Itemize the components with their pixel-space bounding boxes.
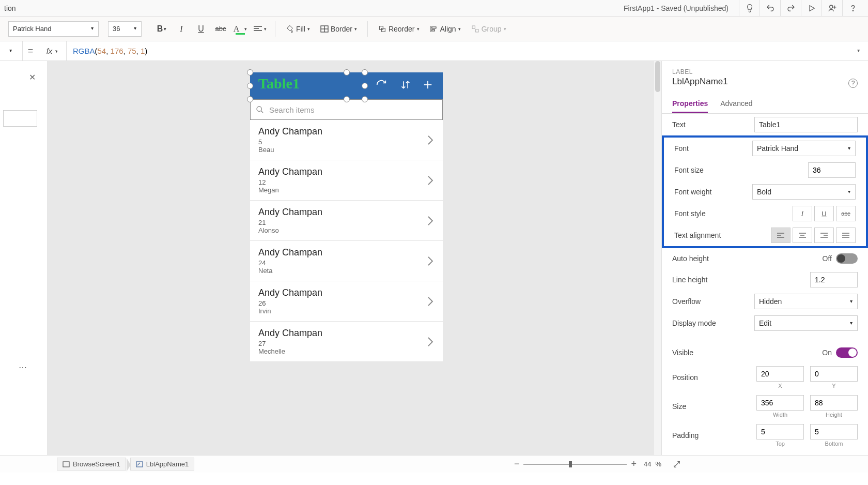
font-picker[interactable]: Patrick Hand▸ (8, 21, 99, 37)
width-input[interactable] (756, 395, 804, 411)
fontweight-prop-select[interactable]: Bold▸ (752, 184, 856, 200)
canvas-scrollbar[interactable] (654, 61, 661, 455)
pad-top-input[interactable] (756, 424, 804, 439)
strikethrough-toggle[interactable]: abc (836, 206, 856, 221)
breadcrumb-screen[interactable]: BrowseScreen1 (57, 458, 126, 471)
underline-button[interactable]: U (192, 20, 210, 38)
list-item[interactable]: Andy Champan12Megan (250, 160, 443, 201)
selection-handle[interactable] (247, 83, 253, 89)
zoom-in-button[interactable]: + (631, 459, 637, 469)
zoom-pct: % (655, 460, 661, 468)
item-subtitle2: Neta (258, 267, 435, 275)
chevron-right-icon[interactable] (427, 256, 433, 266)
checker-icon[interactable] (739, 0, 760, 17)
italic-button[interactable]: I (173, 20, 190, 38)
align-center-button[interactable] (793, 228, 812, 243)
chevron-right-icon[interactable] (427, 216, 433, 226)
item-subtitle2: Megan (258, 186, 435, 194)
canvas[interactable]: Table1 Search items Andy Champan5BeauAnd… (48, 61, 661, 455)
selection-handle[interactable] (362, 83, 368, 89)
selection-handle[interactable] (247, 96, 253, 102)
selection-handle[interactable] (362, 96, 368, 102)
item-subtitle1: 21 (258, 219, 435, 226)
selection-handle[interactable] (344, 96, 350, 102)
svg-rect-16 (472, 26, 475, 28)
search-bar[interactable]: Search items (250, 99, 443, 120)
align-right-button[interactable] (814, 228, 834, 243)
expand-formula-icon[interactable]: ▸ (849, 48, 868, 54)
breadcrumb: BrowseScreen1 LblAppName1 (57, 458, 194, 471)
height-input[interactable] (810, 395, 858, 411)
font-prop-select[interactable]: Patrick Hand▸ (752, 141, 856, 156)
text-prop-input[interactable] (754, 117, 858, 132)
list-item[interactable]: Andy Champan21Alonso (250, 201, 443, 241)
fill-button[interactable]: Fill▾ (282, 20, 314, 38)
property-selector[interactable]: ▸ (0, 41, 23, 60)
fx-label[interactable]: fx▸ (38, 41, 67, 60)
font-color-button[interactable]: A▾ (231, 20, 249, 38)
play-icon[interactable] (801, 0, 822, 17)
selection-handle[interactable] (344, 69, 350, 75)
selection-handle[interactable] (247, 69, 253, 75)
fit-screen-icon[interactable] (673, 460, 681, 468)
close-icon[interactable]: ✕ (29, 72, 36, 82)
font-size-picker[interactable]: 36▸ (108, 21, 142, 37)
chevron-right-icon[interactable] (427, 135, 433, 145)
app-title-label[interactable]: Table1 (258, 75, 300, 92)
search-icon (256, 105, 264, 114)
lineheight-input[interactable] (810, 272, 858, 287)
add-icon[interactable] (422, 79, 433, 90)
overflow-select[interactable]: Hidden▸ (754, 294, 858, 309)
textalign-prop-label: Text alignment (674, 231, 771, 239)
pos-x-input[interactable] (756, 366, 804, 382)
autoheight-toggle[interactable] (836, 253, 858, 264)
tree-search-input[interactable] (3, 110, 37, 127)
refresh-icon[interactable] (376, 79, 387, 90)
pos-y-input[interactable] (810, 366, 858, 382)
formula-input[interactable]: RGBA(54, 176, 75, 1) (67, 47, 849, 56)
item-title: Andy Champan (258, 166, 435, 177)
undo-icon[interactable] (760, 0, 780, 17)
displaymode-select[interactable]: Edit▸ (754, 315, 858, 331)
italic-toggle[interactable]: I (793, 206, 812, 221)
chevron-right-icon[interactable] (427, 175, 433, 186)
help-icon[interactable] (842, 0, 863, 17)
redo-icon[interactable] (780, 0, 801, 17)
visible-toggle[interactable] (836, 347, 858, 358)
underline-toggle[interactable]: U (814, 206, 834, 221)
align-justify-button[interactable] (836, 228, 856, 243)
phone-preview: Table1 Search items Andy Champan5BeauAnd… (250, 72, 443, 362)
item-subtitle1: 12 (258, 178, 435, 186)
list-item[interactable]: Andy Champan27Mechelle (250, 322, 443, 362)
list-item[interactable]: Andy Champan24Neta (250, 241, 443, 281)
bold-button[interactable]: B▾ (153, 20, 171, 38)
more-icon[interactable]: ⋯ (19, 362, 27, 372)
reorder-button[interactable]: Reorder▾ (374, 20, 424, 38)
list-item[interactable]: Andy Champan26Irvin (250, 281, 443, 322)
displaymode-label: Display mode (672, 319, 754, 327)
strikethrough-button[interactable]: abc (212, 20, 229, 38)
align-left-button[interactable] (771, 228, 791, 243)
align-button[interactable]: Align▾ (426, 20, 465, 38)
border-button[interactable]: Border▾ (316, 20, 361, 38)
align-text-button[interactable]: ▾ (251, 20, 269, 38)
chevron-right-icon[interactable] (427, 296, 433, 307)
selection-handle[interactable] (362, 69, 368, 75)
zoom-out-button[interactable]: − (514, 459, 520, 469)
visible-state: On (822, 348, 832, 357)
chevron-right-icon[interactable] (427, 337, 433, 347)
item-title: Andy Champan (258, 328, 435, 339)
tab-properties[interactable]: Properties (672, 95, 708, 113)
list-item[interactable]: Andy Champan5Beau (250, 120, 443, 160)
item-subtitle2: Beau (258, 146, 435, 154)
sort-icon[interactable] (400, 79, 411, 90)
share-icon[interactable] (822, 0, 842, 17)
pad-bottom-input[interactable] (810, 424, 858, 439)
zoom-slider[interactable] (523, 464, 627, 465)
fontsize-prop-input[interactable] (808, 162, 856, 178)
panel-help-icon[interactable]: ? (848, 79, 858, 88)
svg-rect-15 (432, 29, 435, 31)
tab-advanced[interactable]: Advanced (720, 95, 752, 113)
breadcrumb-control[interactable]: LblAppName1 (130, 458, 194, 471)
font-highlight-box: Font Patrick Hand▸ Font size Font weight… (662, 135, 868, 248)
